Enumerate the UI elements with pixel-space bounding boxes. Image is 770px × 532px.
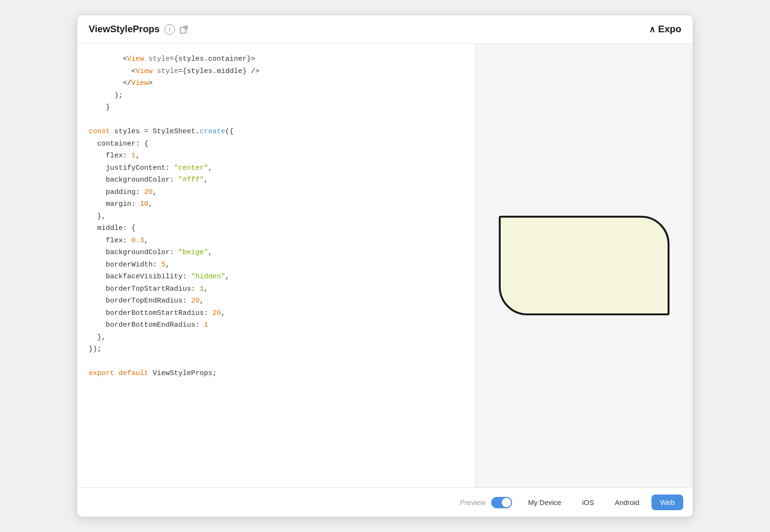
code-line xyxy=(77,356,475,368)
code-line: borderBottomStartRadius: 20, xyxy=(77,307,475,320)
code-line: margin: 10, xyxy=(77,198,475,211)
preview-label: Preview xyxy=(460,498,485,506)
preview-beige-box xyxy=(499,216,669,315)
code-line: container: { xyxy=(77,138,475,150)
tab-my-device[interactable]: My Device xyxy=(520,495,570,510)
code-line: borderBottomEndRadius: 1 xyxy=(77,319,475,331)
preview-panel xyxy=(476,44,693,487)
titlebar: ViewStyleProps i ∧ Expo xyxy=(77,15,693,44)
tab-ios[interactable]: iOS xyxy=(574,495,603,510)
info-icon[interactable]: i xyxy=(165,24,175,35)
bottom-bar: Preview My Device iOS Android Web xyxy=(77,487,693,517)
tab-android[interactable]: Android xyxy=(606,495,648,510)
code-line: flex: 0.3, xyxy=(77,235,475,247)
code-line: export default ViewStyleProps; xyxy=(77,367,475,380)
code-line: borderTopEndRadius: 20, xyxy=(77,295,475,307)
code-line: }, xyxy=(77,331,475,344)
expo-caret-icon: ∧ xyxy=(649,24,655,35)
code-line: flex: 1, xyxy=(77,150,475,162)
code-line: }, xyxy=(77,211,475,223)
code-line: ); xyxy=(77,90,475,102)
tab-web[interactable]: Web xyxy=(651,495,683,510)
code-line: <View style={styles.container}> xyxy=(77,53,475,65)
toggle-thumb xyxy=(502,498,511,507)
code-line: backfaceVisibility: "hidden", xyxy=(77,271,475,283)
code-panel[interactable]: <View style={styles.container}> <View st… xyxy=(77,44,476,487)
code-line: borderTopStartRadius: 1, xyxy=(77,283,475,295)
code-line: <View style={styles.middle} /> xyxy=(77,65,475,78)
code-line: </View> xyxy=(77,77,475,90)
titlebar-left: ViewStyleProps i xyxy=(89,24,188,35)
code-line: } xyxy=(77,101,475,114)
expo-logo: ∧ Expo xyxy=(649,24,681,35)
app-window: ViewStyleProps i ∧ Expo <View style={sty… xyxy=(77,15,693,517)
code-line: const styles = StyleSheet.create({ xyxy=(77,126,475,138)
code-line: }); xyxy=(77,343,475,356)
code-line xyxy=(77,114,475,126)
code-line: borderWidth: 5, xyxy=(77,259,475,271)
code-line: middle: { xyxy=(77,222,475,235)
expo-label: Expo xyxy=(658,24,681,35)
page-title: ViewStyleProps xyxy=(89,24,160,35)
code-line: backgroundColor: "#fff", xyxy=(77,174,475,186)
external-link-icon[interactable] xyxy=(180,25,188,34)
code-line: backgroundColor: "beige", xyxy=(77,247,475,259)
preview-toggle[interactable] xyxy=(491,497,512,508)
code-line: justifyContent: "center", xyxy=(77,162,475,174)
code-line: padding: 20, xyxy=(77,186,475,199)
main-content: <View style={styles.container}> <View st… xyxy=(77,44,693,487)
